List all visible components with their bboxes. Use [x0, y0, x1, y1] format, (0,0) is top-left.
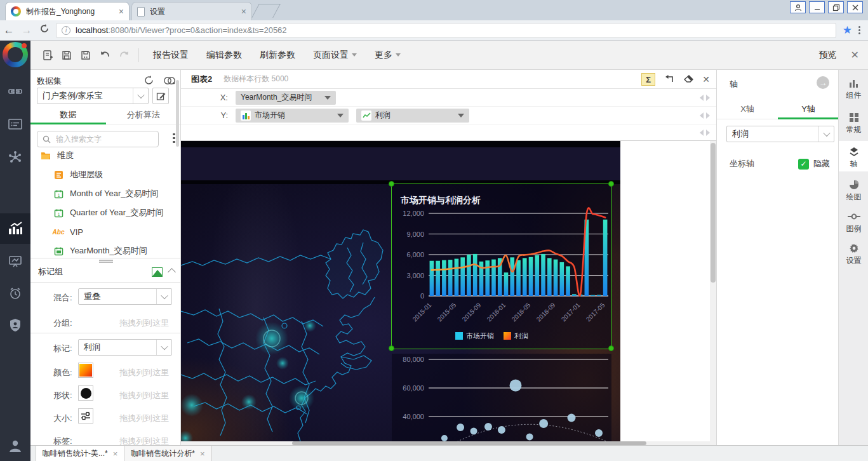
- tab-close-icon[interactable]: ×: [241, 6, 246, 17]
- panel-splitter[interactable]: [30, 258, 181, 258]
- search-input-wrap[interactable]: [37, 131, 159, 147]
- nav-plot[interactable]: 绘图: [839, 177, 868, 206]
- selection-handle-se[interactable]: [608, 345, 614, 351]
- profile-button[interactable]: [790, 1, 806, 13]
- tab-data[interactable]: 数据: [30, 107, 106, 124]
- tab-close-icon[interactable]: ×: [119, 6, 124, 17]
- search-input[interactable]: [55, 134, 153, 144]
- tab-analytics[interactable]: 分析算法: [106, 107, 182, 124]
- close-editor-icon[interactable]: ✕: [851, 49, 859, 61]
- report-settings-button[interactable]: 报告设置: [153, 50, 189, 61]
- tree-node-dimensions[interactable]: 维度: [30, 146, 177, 165]
- back-icon[interactable]: ←: [0, 24, 18, 37]
- dashboard-header-panel[interactable]: [181, 147, 620, 180]
- sidebar-item-schedule[interactable]: [0, 278, 30, 309]
- axis-field-select[interactable]: 利润: [726, 126, 834, 142]
- scroll-left-icon[interactable]: [700, 130, 704, 136]
- dataset-select[interactable]: 门户案例/家乐宝: [37, 88, 149, 104]
- tag-drop-zone[interactable]: 拖拽列到这里: [119, 436, 169, 445]
- canvas-vertical-scrollbar[interactable]: [710, 141, 716, 441]
- edit-dataset-button[interactable]: [152, 88, 169, 104]
- forward-icon[interactable]: →: [18, 24, 36, 37]
- selection-handle-sw[interactable]: [389, 345, 394, 351]
- eraser-icon[interactable]: [683, 74, 693, 85]
- y-field-pill-2[interactable]: 利润: [356, 109, 469, 123]
- collapse-icon[interactable]: [168, 268, 176, 276]
- sidebar-item-connection[interactable]: [0, 76, 30, 107]
- reload-icon[interactable]: [36, 23, 53, 37]
- browser-tab-report[interactable]: 制作报告_Yonghong ×: [5, 2, 130, 20]
- bookmark-star-icon[interactable]: ★: [843, 23, 852, 37]
- canvas-empty-area[interactable]: [620, 141, 710, 441]
- group-drop-zone[interactable]: 拖拽列到这里: [119, 317, 169, 329]
- mark-chart-type-icon[interactable]: [152, 267, 163, 277]
- size-swatch[interactable]: [78, 408, 93, 424]
- x-field-pill[interactable]: YearMonth_交易时间: [236, 91, 336, 105]
- sidebar-item-dashboard[interactable]: [0, 213, 30, 244]
- scroll-left-icon[interactable]: [700, 112, 704, 119]
- scroll-right-icon[interactable]: [706, 112, 710, 119]
- combo-chart[interactable]: 市场开销与利润分析03,0006,0009,00012,0002015-0120…: [392, 184, 611, 349]
- shape-drop-zone[interactable]: 拖拽列到这里: [119, 390, 169, 401]
- new-report-icon[interactable]: [38, 50, 57, 61]
- minimize-button[interactable]: [809, 1, 825, 13]
- preview-button[interactable]: 预览: [819, 50, 837, 61]
- sidebar-item-dataset[interactable]: [0, 109, 30, 140]
- clone-dataset-icon[interactable]: [163, 76, 176, 88]
- refresh-params-button[interactable]: 刷新参数: [260, 50, 295, 61]
- y-field-pill-1[interactable]: 市场开销: [236, 109, 349, 123]
- dashboard-background[interactable]: 市场开销与利润分析03,0006,0009,00012,0002015-0120…: [181, 141, 620, 441]
- shape-swatch[interactable]: [78, 385, 93, 401]
- save-icon[interactable]: [57, 50, 76, 61]
- mark-select[interactable]: 利润: [78, 339, 172, 356]
- sidebar-item-data-prep[interactable]: [0, 142, 30, 173]
- scroll-right-icon[interactable]: [706, 130, 710, 136]
- tree-node-vip[interactable]: Abc VIP: [30, 222, 177, 241]
- close-window-button[interactable]: [847, 1, 863, 13]
- selection-handle-nw[interactable]: [389, 181, 394, 187]
- color-swatch[interactable]: [78, 363, 93, 378]
- color-drop-zone[interactable]: 拖拽列到这里: [119, 367, 169, 378]
- china-map-chart[interactable]: [181, 184, 387, 441]
- blend-select[interactable]: 重叠: [78, 288, 172, 305]
- tree-node-quarter[interactable]: 1 Quarter of Year_交易时间: [30, 203, 177, 222]
- tab-x-axis[interactable]: X轴: [717, 100, 778, 119]
- scroll-right-icon[interactable]: [706, 95, 710, 101]
- aggregate-sigma-button[interactable]: Σ: [641, 73, 655, 86]
- bubble-chart[interactable]: 80,00060,00040,000: [392, 354, 611, 441]
- nav-axis[interactable]: 轴: [839, 141, 868, 171]
- selection-handle-ne[interactable]: [608, 181, 614, 187]
- browser-menu-icon[interactable]: [858, 26, 860, 34]
- sidebar-item-presentation[interactable]: [0, 246, 30, 277]
- tree-node-month[interactable]: 1 Month of Year_交易时间: [30, 184, 177, 203]
- clear-binding-icon[interactable]: ✕: [702, 74, 710, 84]
- tab-y-axis[interactable]: Y轴: [778, 100, 839, 119]
- nav-component[interactable]: 组件: [839, 75, 868, 104]
- page-tab-2[interactable]: 咖啡销售统计分析* ×: [124, 446, 211, 461]
- edit-params-button[interactable]: 编辑参数: [206, 50, 242, 61]
- new-tab-button[interactable]: [251, 4, 281, 18]
- sidebar-item-admin[interactable]: [0, 310, 30, 340]
- nav-general[interactable]: 常规: [839, 109, 868, 138]
- size-drop-zone[interactable]: 拖拽列到这里: [119, 413, 169, 424]
- browser-tab-settings[interactable]: 设置 ×: [131, 2, 252, 20]
- forward-circle-icon[interactable]: →: [817, 76, 829, 89]
- tree-node-geo[interactable]: 地理层级: [30, 165, 177, 184]
- hide-axis-checkbox[interactable]: ✓: [798, 159, 809, 170]
- undo-icon[interactable]: [95, 50, 114, 60]
- page-tab-1[interactable]: 咖啡销售统计-美...* ×: [36, 446, 124, 461]
- field-menu-icon[interactable]: [173, 133, 175, 143]
- sidebar-item-user[interactable]: [0, 431, 30, 461]
- save-as-icon[interactable]: [76, 50, 95, 61]
- close-page-icon[interactable]: ×: [113, 449, 118, 458]
- url-input[interactable]: i localhost :8080/bi/Viewer?proc=0&actio…: [56, 23, 836, 38]
- redo-icon[interactable]: [114, 50, 133, 60]
- tree-scrollbar[interactable]: [176, 80, 179, 147]
- nav-settings[interactable]: 设置: [839, 240, 868, 269]
- swap-axes-icon[interactable]: [664, 74, 674, 85]
- page-info-icon[interactable]: i: [62, 26, 70, 35]
- page-settings-button[interactable]: 页面设置: [313, 50, 357, 61]
- close-page-icon[interactable]: ×: [200, 449, 205, 458]
- maximize-button[interactable]: [828, 1, 844, 13]
- scroll-left-icon[interactable]: [700, 95, 704, 101]
